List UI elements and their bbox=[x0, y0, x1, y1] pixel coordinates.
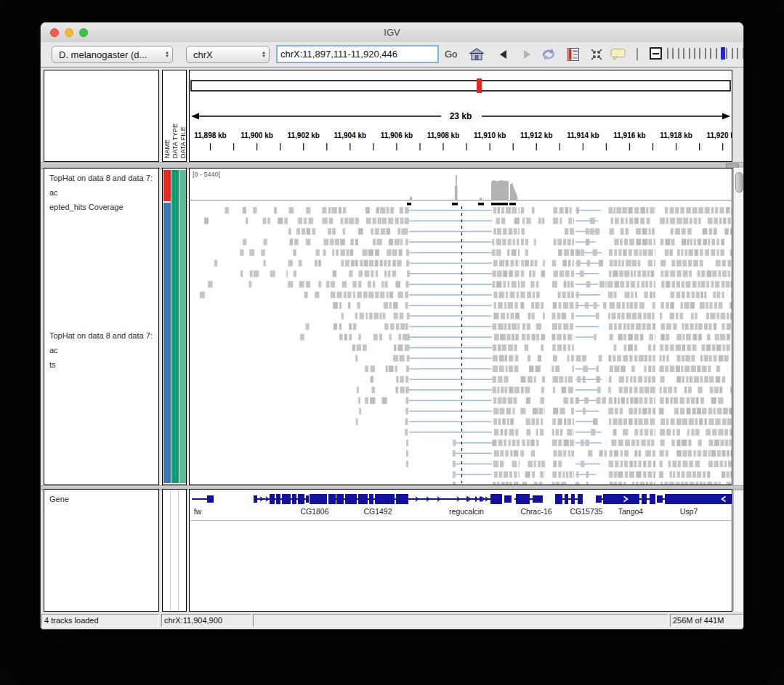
ruler-tick-label: 11,906 kb bbox=[381, 131, 413, 139]
ruler-span-label: 23 kb bbox=[450, 111, 472, 121]
title-bar[interactable]: IGV bbox=[41, 23, 743, 43]
gene-label: CG15735 bbox=[570, 507, 603, 516]
zoom-slider-tick[interactable] bbox=[710, 48, 711, 59]
attr-name-coverage[interactable] bbox=[163, 170, 171, 201]
attribute-header-panel: NAMEDATA TYPEDATA FILE bbox=[162, 70, 187, 162]
zoom-slider-tick[interactable] bbox=[667, 48, 668, 59]
attribute-header-label: DATA TYPE bbox=[171, 123, 179, 158]
zoom-slider-tick[interactable] bbox=[716, 48, 717, 59]
gene-attribute-panel bbox=[162, 489, 187, 612]
toolbar-separator bbox=[637, 48, 638, 60]
locus-input[interactable] bbox=[276, 45, 439, 63]
select-arrows-icon: ▲▼ bbox=[257, 51, 266, 58]
scrollbar-thumb[interactable] bbox=[735, 172, 743, 192]
ruler-tick-label: 11,900 kb bbox=[241, 131, 272, 139]
forward-arrow-icon[interactable] bbox=[519, 46, 535, 62]
status-message bbox=[253, 614, 668, 627]
genome-select[interactable]: D. melanogaster (d... ▲▼ bbox=[52, 46, 173, 63]
gene-models-canvas[interactable]: fwCG1806CG1492regucalcinChrac-16CG15735T… bbox=[190, 490, 732, 611]
gene-model[interactable] bbox=[596, 494, 655, 504]
status-tracks-loaded: 4 tracks loaded bbox=[41, 614, 159, 627]
gene-track-name[interactable]: Gene bbox=[49, 492, 69, 506]
home-icon[interactable] bbox=[469, 46, 485, 62]
zoom-slider-tick[interactable] bbox=[743, 48, 743, 59]
window-title: IGV bbox=[41, 27, 743, 38]
attribute-header-label: DATA FILE bbox=[179, 126, 186, 158]
zoom-slider-tick[interactable] bbox=[678, 48, 679, 59]
attribute-color-bars[interactable] bbox=[163, 169, 186, 485]
genome-select-value: D. melanogaster (d... bbox=[59, 49, 147, 60]
track-name-panel[interactable]: TopHat on data 8 and data 7: ac epted_hi… bbox=[44, 168, 159, 485]
ruler-tick-label: 11,914 kb bbox=[567, 131, 599, 139]
gene-model[interactable] bbox=[514, 494, 543, 504]
attr-name-alignment[interactable] bbox=[163, 203, 171, 483]
coverage-track-name[interactable]: TopHat on data 8 and data 7: ac epted_hi… bbox=[49, 171, 158, 214]
ruler-tick-label: 11,912 kb bbox=[520, 131, 552, 139]
gene-label: CG1806 bbox=[300, 507, 328, 516]
zoom-slider-tick[interactable] bbox=[694, 48, 695, 59]
zoom-slider-tick[interactable] bbox=[726, 48, 727, 59]
refresh-icon[interactable] bbox=[541, 46, 557, 62]
fit-to-window-icon[interactable] bbox=[589, 46, 605, 62]
gene-label: CG1492 bbox=[363, 507, 392, 516]
alignment-track-name[interactable]: TopHat on data 8 and data 7: ac ts bbox=[49, 328, 158, 372]
ruler-panel[interactable]: 23 kb11,898 kb11,900 kb11,902 kb11,904 k… bbox=[189, 70, 732, 162]
header-name-panel bbox=[44, 70, 159, 162]
coverage-peak bbox=[491, 180, 509, 200]
zoom-slider-tick[interactable] bbox=[737, 48, 738, 59]
attr-col-divider bbox=[170, 490, 171, 611]
track-attribute-panel[interactable] bbox=[162, 168, 187, 485]
zoom-slider-tick[interactable] bbox=[732, 48, 733, 59]
zoom-slider-tick[interactable] bbox=[672, 48, 674, 59]
region-tool-icon[interactable] bbox=[565, 46, 581, 62]
gene-model[interactable] bbox=[555, 494, 583, 504]
gene-label: Chrac-16 bbox=[520, 507, 551, 516]
screenshot-page: IGV D. melanogaster (d... ▲▼ chrX ▲▼ Go bbox=[0, 0, 784, 685]
ruler-tick-label: 11,904 kb bbox=[334, 131, 366, 139]
chromosome-ruler[interactable]: 23 kb11,898 kb11,900 kb11,902 kb11,904 k… bbox=[190, 70, 732, 161]
ruler-tick-label: 11,918 kb bbox=[660, 131, 692, 139]
status-bar: 4 tracks loaded chrX:11,904,900 256M of … bbox=[41, 613, 743, 629]
gene-model[interactable] bbox=[657, 494, 732, 504]
attr-data-type[interactable] bbox=[171, 170, 179, 483]
track-data-panel[interactable]: [0 - 5440] bbox=[189, 168, 732, 485]
zoom-slider-tick[interactable] bbox=[699, 48, 700, 59]
gene-model[interactable] bbox=[254, 494, 336, 504]
zoom-slider-tick[interactable] bbox=[689, 48, 690, 59]
gene-label: Usp7 bbox=[680, 507, 698, 516]
back-arrow-icon[interactable] bbox=[496, 46, 512, 62]
ruler-tick-label: 11,908 kb bbox=[427, 131, 459, 139]
ideogram-view-marker bbox=[477, 78, 482, 93]
coverage-range-label: [0 - 5440] bbox=[193, 171, 220, 178]
go-button[interactable]: Go bbox=[445, 49, 457, 60]
zoom-slider-tick[interactable] bbox=[705, 48, 706, 59]
status-memory: 256M of 441M bbox=[670, 614, 743, 627]
status-position: chrX:11,904,900 bbox=[161, 614, 251, 627]
gene-label: fw bbox=[194, 507, 202, 516]
select-arrows-icon: ▲▼ bbox=[161, 51, 169, 58]
gene-model[interactable] bbox=[452, 494, 512, 504]
gene-data-panel[interactable]: fwCG1806CG1492regucalcinChrac-16CG15735T… bbox=[189, 489, 732, 612]
chromosome-select-value: chrX bbox=[193, 49, 213, 60]
zoom-out-button[interactable] bbox=[650, 47, 662, 60]
vertical-scrollbar[interactable] bbox=[733, 168, 744, 612]
zoom-slider-tick[interactable] bbox=[683, 48, 684, 59]
chromosome-select[interactable]: chrX ▲▼ bbox=[186, 46, 270, 63]
ruler-tick-label: 11,898 kb bbox=[194, 131, 226, 139]
attr-data-file[interactable] bbox=[179, 170, 187, 483]
attribute-header-labels: NAMEDATA TYPEDATA FILE bbox=[163, 70, 186, 161]
gene-model[interactable] bbox=[192, 495, 214, 503]
gene-track-name-panel[interactable]: Gene bbox=[44, 489, 159, 612]
attr-col-divider bbox=[178, 490, 179, 611]
alignment-coverage-canvas[interactable]: [0 - 5440] bbox=[190, 169, 732, 485]
ruler-tick-label: 11,910 kb bbox=[474, 131, 506, 139]
gene-model[interactable] bbox=[336, 494, 452, 504]
ruler-tick-label: 11,920 kb bbox=[706, 131, 732, 139]
tooltip-bubble-icon[interactable] bbox=[610, 46, 626, 62]
gene-label: Tango4 bbox=[618, 507, 644, 516]
ruler-tick-label: 11,902 kb bbox=[287, 131, 319, 139]
main-toolbar: D. melanogaster (d... ▲▼ chrX ▲▼ Go bbox=[41, 42, 743, 68]
zoom-slider-thumb[interactable] bbox=[721, 47, 725, 60]
gene-label: regucalcin bbox=[449, 507, 484, 516]
igv-window: IGV D. melanogaster (d... ▲▼ chrX ▲▼ Go bbox=[40, 22, 744, 630]
